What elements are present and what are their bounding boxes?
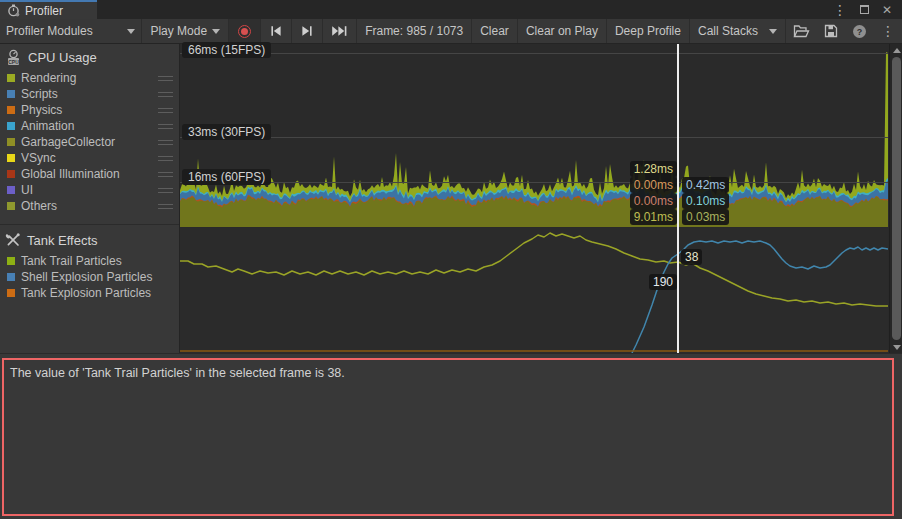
deep-profile-label: Deep Profile [615,24,681,38]
play-mode-dropdown[interactable]: Play Mode [142,19,229,43]
legend-item-garbagecollector[interactable]: GarbageCollector [0,134,179,150]
previous-frame-icon [269,25,283,37]
module-title: Tank Effects [27,233,98,248]
main-area: CPU CPU Usage RenderingScriptsPhysicsAni… [0,44,902,353]
legend-label: UI [21,183,33,197]
tank-legend-list: Tank Trail ParticlesShell Explosion Part… [0,253,179,301]
color-swatch-icon [7,106,15,114]
gridline-label: 33ms (30FPS) [182,124,271,140]
legend-label: Tank Trail Particles [21,254,122,268]
legend-label: VSync [21,151,56,165]
color-swatch-icon [7,202,15,210]
scroll-up-button[interactable] [890,44,902,56]
titlebar-spacer [97,0,833,19]
details-panel: The value of 'Tank Trail Particles' in t… [0,353,902,519]
clear-on-play-label: Clear on Play [526,24,598,38]
tank-lines [180,228,888,353]
drag-handle-icon[interactable] [158,172,173,177]
svg-text:?: ? [857,27,863,37]
legend-item-vsync[interactable]: VSync [0,150,179,166]
frame-value-badge: 9.01ms [630,209,677,225]
play-mode-label: Play Mode [150,24,207,38]
chevron-down-icon [769,29,777,34]
triangle-down-icon [893,345,901,350]
drag-handle-icon[interactable] [158,108,173,113]
current-frame-button[interactable] [323,19,357,43]
frame-counter-label: Frame: 985 / 1073 [365,24,463,38]
legend-label: Others [21,199,57,213]
drag-handle-icon[interactable] [158,140,173,145]
frame-value-badge: 0.00ms [630,193,677,209]
profiler-modules-dropdown[interactable]: Profiler Modules [0,19,142,43]
color-swatch-icon [7,74,15,82]
legend-item-shell-explosion-particles[interactable]: Shell Explosion Particles [0,269,179,285]
legend-item-rendering[interactable]: Rendering [0,70,179,86]
legend-item-tank-trail-particles[interactable]: Tank Trail Particles [0,253,179,269]
cpu-icon: CPU [5,49,22,66]
legend-item-tank-explosion-particles[interactable]: Tank Explosion Particles [0,285,179,301]
gridline-label: 66ms (15FPS) [182,42,271,58]
window-menu-icon[interactable]: ⋮ [833,3,847,17]
kebab-menu-icon: ⋮ [881,23,895,39]
close-icon[interactable]: ✕ [882,4,892,16]
previous-frame-button[interactable] [261,19,292,43]
frame-value-badge: 190 [649,274,677,290]
profiler-modules-label: Profiler Modules [6,24,93,38]
cpu-usage-chart[interactable]: 66ms (15FPS)33ms (30FPS)16ms (60FPS)1.28… [180,44,888,227]
frame-value-badge: 0.10ms [682,193,729,209]
vertical-scrollbar[interactable] [889,44,902,353]
legend-item-physics[interactable]: Physics [0,102,179,118]
color-swatch-icon [7,154,15,162]
window-controls: ⋮ ✕ [833,0,902,19]
charts-area: 66ms (15FPS)33ms (30FPS)16ms (60FPS)1.28… [180,44,902,353]
drag-handle-icon[interactable] [158,92,173,97]
color-swatch-icon [7,170,15,178]
frame-value-badge: 0.03ms [682,209,729,225]
selected-frame-line[interactable] [677,44,679,353]
scrollbar-thumb[interactable] [892,57,901,340]
help-button[interactable]: ? [845,19,874,43]
legend-item-animation[interactable]: Animation [0,118,179,134]
clear-on-play-button[interactable]: Clear on Play [518,19,607,43]
record-icon [238,25,251,38]
chevron-down-icon [212,29,220,34]
gridline [180,137,888,138]
legend-item-others[interactable]: Others [0,198,179,214]
drag-handle-icon[interactable] [158,204,173,209]
tab-label: Profiler [25,4,63,18]
toolbar-menu-button[interactable]: ⋮ [874,19,902,43]
legend-label: Scripts [21,87,58,101]
current-frame-icon [331,25,348,37]
drag-handle-icon[interactable] [158,188,173,193]
color-swatch-icon [7,257,15,265]
frame-value-badge: 0.00ms [630,177,677,193]
module-header-tank-effects[interactable]: Tank Effects [0,227,179,253]
load-profile-button[interactable] [786,19,817,43]
module-header-cpu-usage[interactable]: CPU CPU Usage [0,44,179,70]
frame-counter: Frame: 985 / 1073 [357,19,472,43]
call-stacks-dropdown[interactable]: Call Stacks [690,19,786,43]
next-frame-button[interactable] [292,19,323,43]
cpu-stacked-area [180,44,888,227]
legend-item-global-illumination[interactable]: Global Illumination [0,166,179,182]
profiler-stopwatch-icon [7,4,20,17]
record-button[interactable] [229,19,261,43]
drag-handle-icon[interactable] [158,76,173,81]
module-cpu-usage: CPU CPU Usage RenderingScriptsPhysicsAni… [0,44,179,214]
clear-label: Clear [480,24,509,38]
save-profile-button[interactable] [817,19,845,43]
tank-effects-chart[interactable]: 38190 [180,228,888,353]
call-stacks-label: Call Stacks [698,24,758,38]
deep-profile-button[interactable]: Deep Profile [607,19,690,43]
gridline-label: 16ms (60FPS) [182,169,271,185]
tab-profiler[interactable]: Profiler [0,0,97,19]
clear-button[interactable]: Clear [472,19,518,43]
scroll-down-button[interactable] [890,341,902,353]
selected-module-details-box: The value of 'Tank Trail Particles' in t… [2,358,894,516]
color-swatch-icon [7,122,15,130]
legend-item-ui[interactable]: UI [0,182,179,198]
maximize-icon[interactable] [860,5,869,14]
legend-item-scripts[interactable]: Scripts [0,86,179,102]
drag-handle-icon[interactable] [158,124,173,129]
drag-handle-icon[interactable] [158,156,173,161]
